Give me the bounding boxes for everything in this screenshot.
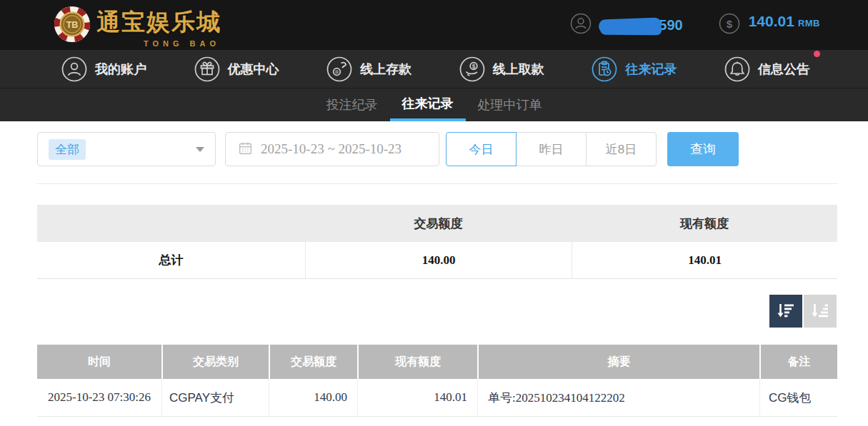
records-table: 时间 交易类别 交易额度 现有额度 摘要 备注 2025-10-23 07:30… <box>37 345 837 417</box>
username-visible-suffix: 590 <box>659 17 682 34</box>
sort-ascending-icon <box>810 300 830 323</box>
account-icon <box>61 56 87 82</box>
records-header-amount: 交易额度 <box>269 345 357 379</box>
content-area: 全部 2025-10-23 ~ 2025 <box>0 121 868 426</box>
brand-latin-name: TONG BAO <box>144 39 220 48</box>
caret-down-icon <box>196 147 204 152</box>
tab-transaction-records[interactable]: 往来记录 <box>390 88 466 121</box>
main-nav: 我的账户 优惠中心 <box>0 50 868 88</box>
summary-header-current-amount: 现有额度 <box>572 215 837 232</box>
transaction-type-select[interactable]: 全部 <box>37 132 216 166</box>
records-header-row: 时间 交易类别 交易额度 现有额度 摘要 备注 <box>37 345 837 379</box>
header-account-area: 590 $ 140.01RMB <box>570 0 820 50</box>
quick-date-button-group: 今日 昨日 近8日 <box>446 132 657 166</box>
record-type: CGPAY支付 <box>161 379 269 416</box>
sub-nav: 投注纪录 往来记录 处理中订单 <box>0 88 868 121</box>
svg-text:$: $ <box>472 62 475 69</box>
summary-total-label: 总计 <box>37 252 305 268</box>
username: 590 <box>599 17 682 34</box>
last-8-days-button[interactable]: 近8日 <box>586 132 657 166</box>
summary-header-row: 交易额度 现有额度 <box>37 205 837 242</box>
nav-item-transaction-records[interactable]: 往来记录 <box>592 56 677 82</box>
nav-label: 信息公告 <box>758 61 809 78</box>
user-info[interactable]: 590 <box>570 13 682 37</box>
summary-table: 交易额度 现有额度 总计 140.00 140.01 <box>37 205 837 279</box>
notification-dot <box>814 51 820 57</box>
site-logo[interactable]: TB 通宝娱乐城 TONG BAO <box>53 5 221 46</box>
date-range-input[interactable]: 2025-10-23 ~ 2025-10-23 <box>225 132 439 166</box>
sort-descending-button[interactable] <box>769 295 802 328</box>
summary-current-amount: 140.01 <box>572 242 837 278</box>
sort-ascending-button[interactable] <box>804 295 837 328</box>
records-header-summary: 摘要 <box>477 345 759 379</box>
gift-icon <box>194 56 220 82</box>
nav-item-online-withdrawal[interactable]: $ 线上取款 <box>459 56 544 82</box>
record-remark: CG钱包 <box>759 379 837 416</box>
bell-icon <box>724 56 750 82</box>
nav-label: 优惠中心 <box>228 61 279 78</box>
table-row: 2025-10-23 07:30:26 CGPAY支付 140.00 140.0… <box>37 379 837 417</box>
nav-label: 线上存款 <box>360 61 411 78</box>
calendar-icon <box>238 141 253 158</box>
nav-label: 线上取款 <box>493 61 544 78</box>
nav-item-announcements[interactable]: 信息公告 <box>724 56 809 82</box>
records-header-remark: 备注 <box>759 345 837 379</box>
nav-item-online-deposit[interactable]: 线上存款 <box>326 56 411 82</box>
record-balance: 140.01 <box>357 379 477 416</box>
redaction-scribble <box>599 17 662 33</box>
query-button[interactable]: 查询 <box>667 132 739 166</box>
dollar-coin-icon: $ <box>719 13 740 37</box>
date-range-value: 2025-10-23 ~ 2025-10-23 <box>261 141 401 157</box>
section-divider <box>37 183 837 184</box>
balance-amount: 140.01 <box>749 13 794 29</box>
tab-betting-records[interactable]: 投注纪录 <box>314 88 390 121</box>
records-header-type: 交易类别 <box>161 345 269 379</box>
nav-item-promotions[interactable]: 优惠中心 <box>194 56 279 82</box>
withdraw-icon: $ <box>459 56 485 82</box>
user-avatar-icon <box>570 13 592 37</box>
balance-display[interactable]: $ 140.01RMB <box>719 13 820 37</box>
selected-type-chip: 全部 <box>49 139 86 160</box>
summary-transaction-amount: 140.00 <box>305 242 572 278</box>
summary-total-row: 总计 140.00 140.01 <box>37 242 837 279</box>
deposit-icon <box>326 56 352 82</box>
casino-chip-icon: TB <box>53 5 91 46</box>
yesterday-button[interactable]: 昨日 <box>516 132 587 166</box>
balance-currency: RMB <box>798 18 820 29</box>
nav-item-my-account[interactable]: 我的账户 <box>61 56 146 82</box>
today-button[interactable]: 今日 <box>446 132 517 166</box>
records-icon <box>592 56 617 82</box>
record-summary: 单号:202510234104122202 <box>477 379 759 416</box>
chip-monogram: TB <box>66 20 79 30</box>
summary-header-transaction-amount: 交易额度 <box>305 215 572 232</box>
record-amount: 140.00 <box>269 379 357 416</box>
sort-descending-icon <box>776 300 796 323</box>
transaction-records-page: TB 通宝娱乐城 TONG BAO 590 <box>0 0 868 426</box>
top-header: TB 通宝娱乐城 TONG BAO 590 <box>0 0 868 50</box>
nav-label: 往来记录 <box>625 61 677 78</box>
record-time: 2025-10-23 07:30:26 <box>37 379 161 416</box>
svg-text:$: $ <box>726 18 732 30</box>
nav-label: 我的账户 <box>95 61 146 78</box>
tab-processing-orders[interactable]: 处理中订单 <box>466 88 554 121</box>
records-header-balance: 现有额度 <box>357 345 477 379</box>
records-header-time: 时间 <box>37 345 161 379</box>
brand-name: 通宝娱乐城 <box>96 9 221 35</box>
